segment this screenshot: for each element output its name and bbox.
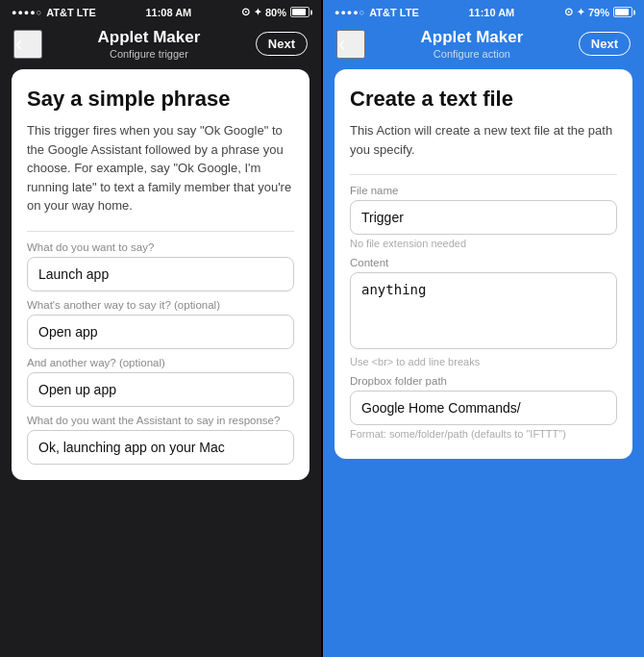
- right-wifi-icon: ⊙: [564, 6, 573, 18]
- left-battery-pct: 80%: [265, 7, 286, 18]
- left-field-label-2: What's another way to say it? (optional): [27, 299, 294, 311]
- right-card-desc: This Action will create a new text file …: [350, 121, 617, 159]
- right-battery-pct: 79%: [588, 7, 609, 18]
- right-time: 11:10 AM: [468, 7, 514, 18]
- left-card-desc: This trigger fires when you say "Ok Goog…: [27, 121, 294, 215]
- right-next-button[interactable]: Next: [579, 32, 631, 56]
- left-status-left: ●●●●○ AT&T LTE: [12, 7, 96, 18]
- right-content-textarea[interactable]: anything: [350, 272, 617, 349]
- left-phone-panel: ●●●●○ AT&T LTE 11:08 AM ⊙ ✦ 80% ‹ Applet…: [0, 0, 321, 657]
- left-card: Say a simple phrase This trigger fires w…: [12, 69, 310, 480]
- right-carrier: AT&T LTE: [369, 7, 419, 18]
- left-bt-icon: ✦: [254, 7, 261, 17]
- left-nav-subtitle: Configure trigger: [42, 48, 256, 60]
- left-wifi-icon: ⊙: [241, 6, 250, 18]
- right-nav-heading: Applet Maker: [365, 28, 579, 47]
- right-filename-label: File name: [350, 185, 617, 196]
- left-battery-fill: [292, 9, 306, 15]
- right-battery-fill: [615, 9, 629, 15]
- left-field-label-1: What do you want to say?: [27, 241, 294, 253]
- right-battery-icon: [613, 7, 632, 17]
- left-status-bar: ●●●●○ AT&T LTE 11:08 AM ⊙ ✦ 80%: [0, 0, 321, 22]
- right-filename-input[interactable]: [350, 200, 617, 235]
- right-content-hint: Use <br> to add line breaks: [350, 356, 617, 367]
- right-phone-panel: ●●●●○ AT&T LTE 11:10 AM ⊙ ✦ 79% ‹ Applet…: [323, 0, 644, 657]
- left-nav-title: Applet Maker Configure trigger: [42, 28, 256, 60]
- right-nav-subtitle: Configure action: [365, 48, 579, 60]
- left-nav-heading: Applet Maker: [42, 28, 256, 47]
- right-content-area: Create a text file This Action will crea…: [323, 62, 644, 657]
- right-back-icon: ‹: [338, 32, 345, 57]
- left-field-input-1[interactable]: [27, 257, 294, 291]
- right-status-bar: ●●●●○ AT&T LTE 11:10 AM ⊙ ✦ 79%: [323, 0, 644, 22]
- left-field-input-2[interactable]: [27, 315, 294, 349]
- left-field-label-4: What do you want the Assistant to say in…: [27, 415, 294, 426]
- left-field-input-4[interactable]: [27, 430, 294, 465]
- left-carrier: AT&T LTE: [46, 7, 96, 18]
- left-back-button[interactable]: ‹: [13, 30, 42, 59]
- right-card: Create a text file This Action will crea…: [334, 69, 632, 459]
- right-signal: ●●●●○: [334, 8, 365, 17]
- left-content-area: Say a simple phrase This trigger fires w…: [0, 62, 321, 657]
- left-nav-bar: ‹ Applet Maker Configure trigger Next: [0, 22, 321, 62]
- left-field-label-3: And another way? (optional): [27, 357, 294, 368]
- right-status-left: ●●●●○ AT&T LTE: [334, 7, 419, 18]
- left-field-input-3[interactable]: [27, 372, 294, 407]
- right-bt-icon: ✦: [577, 7, 584, 17]
- right-nav-title: Applet Maker Configure action: [365, 28, 579, 60]
- left-next-button[interactable]: Next: [256, 32, 308, 56]
- right-back-button[interactable]: ‹: [336, 30, 365, 59]
- right-card-title: Create a text file: [350, 87, 617, 112]
- right-status-right: ⊙ ✦ 79%: [564, 6, 632, 18]
- right-folder-hint: Format: some/folder/path (defaults to "I…: [350, 428, 617, 440]
- left-battery-icon: [290, 7, 310, 17]
- right-content-label: Content: [350, 257, 617, 268]
- right-filename-hint: No file extension needed: [350, 238, 617, 249]
- left-divider-1: [27, 231, 294, 232]
- left-status-right: ⊙ ✦ 80%: [241, 6, 310, 18]
- right-divider-1: [350, 174, 617, 175]
- right-folder-label: Dropbox folder path: [350, 375, 617, 387]
- left-signal: ●●●●○: [12, 8, 42, 17]
- right-nav-bar: ‹ Applet Maker Configure action Next: [323, 22, 644, 62]
- right-folder-input[interactable]: [350, 391, 617, 425]
- left-time: 11:08 AM: [145, 7, 191, 18]
- left-card-title: Say a simple phrase: [27, 87, 294, 112]
- left-back-icon: ‹: [15, 32, 22, 57]
